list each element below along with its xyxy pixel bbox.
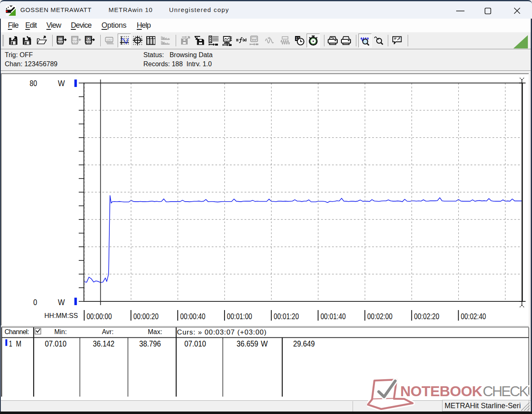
svg-text:00:02:20: 00:02:20 (414, 312, 439, 321)
svg-text:00:02:40: 00:02:40 (461, 312, 486, 321)
svg-text:07.010: 07.010 (45, 339, 66, 348)
svg-text:W: W (261, 339, 268, 348)
svg-text:80: 80 (30, 79, 37, 88)
svg-text:2: 2 (399, 37, 400, 40)
svg-text:321: 321 (73, 37, 77, 41)
svg-text:00:02:00: 00:02:00 (367, 312, 392, 321)
svg-text:1: 1 (9, 339, 12, 348)
svg-text:00:01:20: 00:01:20 (274, 312, 299, 321)
svg-text:36.659: 36.659 (237, 339, 258, 348)
svg-text:0: 0 (33, 298, 37, 307)
svg-text:M: M (16, 339, 22, 348)
svg-text:1257: 1257 (106, 38, 112, 42)
svg-text:CHECK: CHECK (483, 383, 529, 399)
svg-text:321: 321 (58, 37, 62, 41)
svg-text:W: W (58, 298, 65, 307)
svg-text:38.796: 38.796 (139, 339, 161, 348)
svg-text:00:01:00: 00:01:00 (227, 312, 252, 321)
svg-text:00:00:40: 00:00:40 (180, 312, 206, 321)
svg-text:321: 321 (252, 37, 256, 40)
svg-text:W: W (58, 79, 65, 88)
svg-text:M: M (87, 37, 90, 41)
svg-text:00:00:00: 00:00:00 (87, 312, 112, 321)
svg-text:36.142: 36.142 (93, 339, 114, 348)
svg-text:HH:MM:SS: HH:MM:SS (44, 312, 78, 319)
svg-text:NOTEBOOK: NOTEBOOK (400, 383, 482, 399)
svg-text:00:01:40: 00:01:40 (320, 312, 346, 321)
svg-text:00:00:20: 00:00:20 (133, 312, 159, 321)
svg-text:29.649: 29.649 (293, 339, 315, 348)
svg-text:07.010: 07.010 (184, 339, 206, 348)
